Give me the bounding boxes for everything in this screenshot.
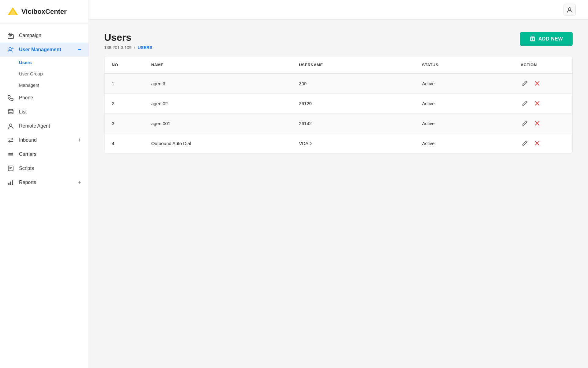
sidebar-nav: Campaign User Management − Users User Gr…: [0, 24, 89, 368]
sidebar-item-carriers[interactable]: Carriers: [0, 147, 89, 161]
subnav-item-user-group[interactable]: User Group: [19, 68, 89, 79]
phone-icon: [7, 94, 14, 101]
table-row: 4 Outbound Auto Dial VDAD Active: [104, 133, 572, 153]
table-header-row: NO NAME USERNAME STATUS ACTION: [104, 56, 572, 74]
table-row: 1 agent3 300 Active: [104, 74, 572, 94]
edit-icon: [522, 80, 528, 86]
delete-icon: [534, 80, 540, 86]
delete-icon: [534, 100, 540, 106]
delete-icon: [534, 120, 540, 126]
sidebar-item-scripts-label: Scripts: [19, 166, 81, 171]
svg-rect-20: [8, 183, 9, 185]
sidebar-item-reports-label: Reports: [19, 180, 73, 185]
breadcrumb: 138.201.3.109 / USERS: [104, 45, 153, 50]
edit-button[interactable]: [521, 119, 529, 128]
page-title-section: Users 138.201.3.109 / USERS: [104, 32, 153, 50]
carriers-icon: [7, 151, 14, 158]
cell-name: agent001: [144, 113, 292, 133]
cell-name: Outbound Auto Dial: [144, 133, 292, 153]
user-management-toggle: −: [78, 47, 81, 53]
subnav-item-managers[interactable]: Managers: [19, 79, 89, 91]
sidebar-item-remote-agent-label: Remote Agent: [19, 123, 81, 129]
delete-button[interactable]: [533, 119, 541, 128]
cell-action: [513, 74, 572, 94]
cell-username: 26142: [292, 113, 415, 133]
cell-username: 26129: [292, 94, 415, 113]
cell-username: 300: [292, 74, 415, 94]
cell-username: VDAD: [292, 133, 415, 153]
col-header-status: STATUS: [415, 56, 513, 74]
delete-button[interactable]: [533, 139, 541, 148]
cell-status: Active: [415, 133, 513, 153]
cell-name: agent3: [144, 74, 292, 94]
svg-point-23: [568, 8, 571, 10]
delete-button[interactable]: [533, 99, 541, 108]
svg-point-9: [8, 109, 13, 111]
sidebar-item-reports[interactable]: Reports +: [0, 175, 89, 190]
main-content: Users 138.201.3.109 / USERS ADD NEW: [89, 0, 588, 368]
sidebar: ViciboxCenter Campaign User Management −…: [0, 0, 89, 368]
scripts-icon: [7, 165, 14, 172]
col-header-username: USERNAME: [292, 56, 415, 74]
sidebar-item-inbound[interactable]: Inbound +: [0, 133, 89, 147]
cell-name: agent02: [144, 94, 292, 113]
svg-point-10: [9, 124, 12, 126]
svg-point-19: [9, 167, 9, 167]
sidebar-item-scripts[interactable]: Scripts: [0, 161, 89, 175]
edit-button[interactable]: [521, 139, 529, 148]
cell-status: Active: [415, 113, 513, 133]
cell-status: Active: [415, 94, 513, 113]
app-name: ViciboxCenter: [21, 8, 67, 16]
sidebar-item-remote-agent[interactable]: Remote Agent: [0, 119, 89, 133]
cell-action: [513, 94, 572, 113]
breadcrumb-current: USERS: [138, 45, 152, 50]
col-header-name: NAME: [144, 56, 292, 74]
sidebar-item-list[interactable]: List: [0, 105, 89, 119]
inbound-toggle: +: [78, 137, 81, 144]
cell-action: [513, 113, 572, 133]
svg-rect-3: [9, 33, 12, 35]
delete-button[interactable]: [533, 79, 541, 88]
reports-icon: [7, 179, 14, 186]
table-row: 3 agent001 26142 Active: [104, 113, 572, 133]
sidebar-item-campaign[interactable]: Campaign: [0, 29, 89, 43]
edit-icon: [522, 140, 528, 146]
cell-no: 1: [104, 74, 144, 94]
edit-button[interactable]: [521, 99, 529, 108]
page-title: Users: [104, 32, 153, 43]
cell-no: 2: [104, 94, 144, 113]
svg-rect-22: [12, 180, 13, 185]
svg-point-6: [9, 48, 11, 50]
user-avatar[interactable]: [564, 4, 576, 16]
logo-area: ViciboxCenter: [0, 0, 89, 24]
list-icon: [7, 109, 14, 115]
page-header: Users 138.201.3.109 / USERS ADD NEW: [104, 32, 573, 50]
cell-no: 4: [104, 133, 144, 153]
cell-no: 3: [104, 113, 144, 133]
sidebar-item-phone-label: Phone: [19, 95, 81, 101]
user-management-subnav: Users User Group Managers: [0, 57, 89, 91]
svg-rect-21: [10, 182, 11, 185]
add-new-button[interactable]: ADD NEW: [520, 32, 573, 46]
sidebar-item-inbound-label: Inbound: [19, 137, 73, 143]
sidebar-item-campaign-label: Campaign: [19, 33, 81, 38]
top-bar: [89, 0, 588, 20]
add-new-icon: [530, 36, 535, 42]
sidebar-item-carriers-label: Carriers: [19, 151, 81, 157]
remote-agent-icon: [7, 123, 14, 129]
logo-icon: [7, 6, 18, 17]
users-table: NO NAME USERNAME STATUS ACTION 1 agent3 …: [104, 56, 572, 153]
col-header-no: NO: [104, 56, 144, 74]
edit-button[interactable]: [521, 79, 529, 88]
breadcrumb-ip: 138.201.3.109: [104, 45, 132, 50]
sidebar-item-phone[interactable]: Phone: [0, 91, 89, 105]
user-avatar-icon: [566, 6, 573, 13]
sidebar-item-user-management[interactable]: User Management −: [0, 43, 89, 57]
reports-toggle: +: [78, 179, 81, 186]
breadcrumb-separator: /: [134, 45, 135, 50]
campaign-icon: [7, 32, 14, 39]
user-management-icon: [7, 46, 14, 53]
subnav-item-users[interactable]: Users: [19, 57, 89, 68]
col-header-action: ACTION: [513, 56, 572, 74]
delete-icon: [534, 140, 540, 146]
